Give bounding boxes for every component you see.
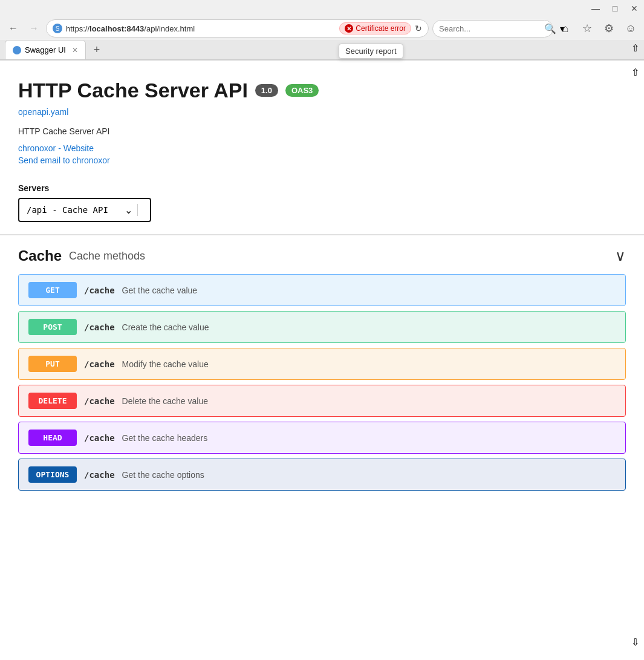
minimize-button[interactable]: — (591, 4, 600, 13)
post-method-desc: Create the cache value (122, 322, 209, 332)
head-method-desc: Get the cache headers (122, 433, 208, 443)
method-row-head[interactable]: HEAD /cache Get the cache headers (18, 422, 626, 454)
security-report-tooltip: Security report (339, 44, 403, 59)
cache-section-header[interactable]: Cache Cache methods ∨ (18, 247, 626, 264)
profile-icon[interactable]: ☺ (622, 20, 639, 37)
search-bar[interactable]: 🔍 ▾ (432, 20, 553, 38)
post-method-badge: POST (28, 319, 77, 335)
close-button[interactable]: ✕ (629, 4, 639, 13)
put-method-path: /cache (84, 359, 115, 369)
address-bar[interactable]: S https://localhost:8443/api/index.html … (46, 19, 429, 38)
options-method-path: /cache (84, 470, 115, 480)
servers-label: Servers (18, 183, 626, 193)
cache-section-chevron: ∨ (615, 247, 626, 264)
get-method-badge: GET (28, 282, 77, 298)
tabs-bar: Swagger UI ✕ + Security report ⇧ (0, 40, 644, 60)
head-method-path: /cache (84, 433, 115, 443)
scroll-up-fixed[interactable]: ⇧ (631, 67, 639, 78)
tab-favicon (13, 46, 21, 54)
oas-badge: OAS3 (285, 84, 319, 97)
search-input[interactable] (439, 24, 541, 33)
cert-error-badge[interactable]: ✕ Certificate error (339, 22, 411, 34)
favorites-icon[interactable]: ☆ (579, 20, 596, 37)
swagger-ui-tab[interactable]: Swagger UI ✕ (5, 40, 86, 59)
reload-button[interactable]: ↻ (415, 24, 422, 33)
server-select-value: /api - Cache API (27, 205, 125, 215)
forward-button[interactable]: → (25, 20, 42, 37)
put-method-badge: PUT (28, 356, 77, 372)
method-row-delete[interactable]: DELETE /cache Delete the cache value (18, 385, 626, 417)
openapi-link[interactable]: openapi.yaml (18, 107, 626, 117)
get-method-desc: Get the cache value (122, 286, 198, 295)
version-badge: 1.0 (255, 84, 278, 97)
website-link[interactable]: chronoxor - Website (18, 143, 626, 153)
server-select-separator (137, 204, 138, 216)
site-icon: S (53, 24, 62, 33)
main-content: HTTP Cache Server API 1.0 OAS3 openapi.y… (0, 60, 644, 235)
cert-error-icon: ✕ (345, 24, 353, 33)
post-method-path: /cache (84, 322, 115, 332)
cache-section-title-normal: Cache methods (69, 250, 145, 263)
options-method-desc: Get the cache options (122, 470, 204, 480)
delete-method-desc: Delete the cache value (122, 396, 208, 406)
head-method-badge: HEAD (28, 430, 77, 446)
method-row-put[interactable]: PUT /cache Modify the cache value (18, 348, 626, 380)
new-tab-button[interactable]: + (88, 41, 105, 58)
settings-icon[interactable]: ⚙ (600, 20, 617, 37)
maximize-button[interactable]: □ (610, 4, 620, 13)
scroll-up-arrow[interactable]: ⇧ (631, 42, 639, 54)
url-text: https://localhost:8443/api/index.html (66, 24, 336, 33)
tab-title: Swagger UI (25, 45, 66, 54)
delete-method-path: /cache (84, 396, 115, 406)
search-icon: 🔍 (544, 23, 556, 34)
server-select[interactable]: /api - Cache API ⌄ (18, 198, 151, 222)
method-row-post[interactable]: POST /cache Create the cache value (18, 311, 626, 343)
method-row-options[interactable]: OPTIONS /cache Get the cache options (18, 459, 626, 491)
home-icon[interactable]: ⌂ (557, 20, 574, 37)
delete-method-badge: DELETE (28, 393, 77, 409)
method-row-get[interactable]: GET /cache Get the cache value (18, 274, 626, 306)
api-title-row: HTTP Cache Server API 1.0 OAS3 (18, 79, 626, 102)
servers-section: Servers /api - Cache API ⌄ (18, 183, 626, 222)
tab-close-button[interactable]: ✕ (72, 46, 78, 54)
methods-section: Cache Cache methods ∨ GET /cache Get the… (0, 235, 644, 508)
server-select-arrow-icon: ⌄ (125, 204, 132, 216)
cache-section-title-bold: Cache (18, 247, 62, 264)
put-method-desc: Modify the cache value (122, 359, 209, 369)
api-description: HTTP Cache Server API (18, 126, 626, 136)
email-link[interactable]: Send email to chronoxor (18, 155, 626, 165)
get-method-path: /cache (84, 286, 115, 295)
options-method-badge: OPTIONS (28, 466, 77, 483)
api-title: HTTP Cache Server API (18, 79, 248, 102)
back-button[interactable]: ← (5, 20, 22, 37)
